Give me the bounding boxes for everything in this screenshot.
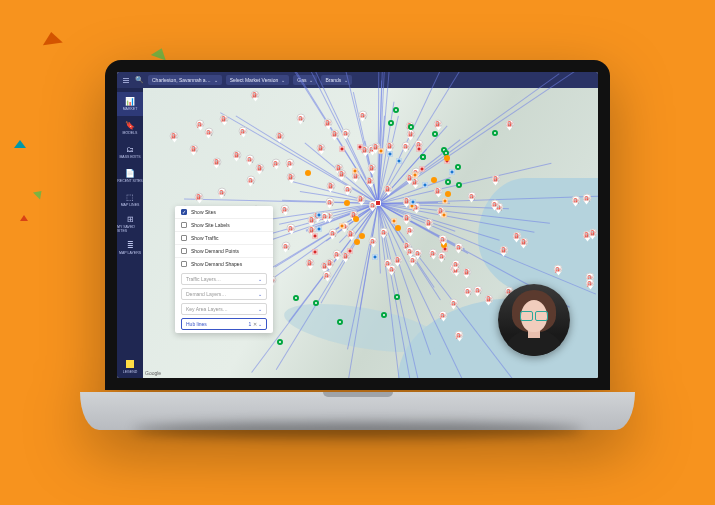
site-marker[interactable] — [337, 319, 343, 325]
site-marker[interactable]: ⛽ — [439, 235, 448, 244]
site-marker[interactable] — [413, 173, 418, 178]
site-marker[interactable]: ⛽ — [232, 150, 241, 159]
site-marker[interactable]: ⛽ — [499, 245, 508, 254]
site-marker[interactable] — [408, 124, 414, 130]
site-marker[interactable] — [358, 145, 363, 150]
site-marker[interactable] — [456, 182, 462, 188]
site-marker[interactable] — [378, 148, 383, 153]
site-marker[interactable]: ⛽ — [286, 159, 295, 168]
site-marker[interactable] — [492, 130, 498, 136]
site-marker[interactable]: ⛽ — [491, 174, 500, 183]
site-marker[interactable]: ⛽ — [306, 258, 315, 267]
site-marker[interactable]: ⛽ — [189, 144, 198, 153]
site-marker[interactable]: ⛽ — [195, 192, 204, 201]
site-marker[interactable]: ⛽ — [325, 198, 334, 207]
sidebar-item-market[interactable]: 📊 MARKET — [117, 92, 143, 116]
site-marker[interactable]: ⛽ — [406, 247, 415, 256]
site-marker[interactable]: ⛽ — [325, 258, 334, 267]
site-marker[interactable]: ⛽ — [379, 228, 388, 237]
menu-icon[interactable] — [121, 76, 131, 85]
presenter-avatar[interactable] — [498, 284, 570, 356]
site-marker[interactable]: ⛽ — [281, 242, 290, 251]
site-marker[interactable] — [442, 212, 447, 217]
site-marker[interactable] — [354, 239, 360, 245]
site-marker[interactable]: ⛽ — [287, 172, 296, 181]
site-marker[interactable]: ⛽ — [245, 155, 254, 164]
check-show-demand-points[interactable]: Show Demand Points — [175, 244, 273, 257]
site-marker[interactable]: ⛽ — [434, 186, 443, 195]
site-marker[interactable] — [344, 200, 350, 206]
site-marker[interactable]: ⛽ — [341, 129, 350, 138]
sidebar-item-recent[interactable]: 📄 RECENT SITES — [117, 164, 143, 188]
site-marker[interactable] — [422, 183, 427, 188]
site-marker[interactable] — [353, 216, 359, 222]
site-marker[interactable]: ⛽ — [463, 287, 472, 296]
site-marker[interactable] — [348, 248, 353, 253]
site-marker[interactable] — [455, 164, 461, 170]
site-marker[interactable] — [420, 154, 426, 160]
site-marker[interactable] — [410, 199, 415, 204]
site-marker[interactable]: ⛽ — [296, 114, 305, 123]
site-marker[interactable] — [445, 191, 451, 197]
site-marker[interactable]: ⛽ — [462, 267, 471, 276]
site-marker[interactable]: ⛽ — [554, 265, 563, 274]
site-marker[interactable]: ⛽ — [196, 120, 205, 129]
site-marker[interactable]: ⛽ — [251, 90, 260, 99]
site-marker[interactable] — [395, 225, 401, 231]
site-marker[interactable]: ⛽ — [326, 181, 335, 190]
site-marker[interactable] — [313, 249, 318, 254]
site-marker[interactable]: ⛽ — [321, 212, 330, 221]
site-marker[interactable]: ⛽ — [439, 311, 448, 320]
site-marker[interactable]: ⛽ — [429, 249, 438, 258]
site-marker[interactable]: ⛽ — [402, 213, 411, 222]
site-marker[interactable]: ⛽ — [401, 142, 410, 151]
site-marker[interactable] — [339, 223, 344, 228]
site-marker[interactable]: ⛽ — [170, 131, 179, 140]
clear-icon[interactable]: ✕ — [253, 321, 257, 327]
site-marker[interactable] — [372, 255, 377, 260]
site-marker[interactable]: ⛽ — [212, 157, 221, 166]
site-marker[interactable]: ⛽ — [437, 252, 446, 261]
sidebar-item-maplines[interactable]: ⬚ MAP LINES — [117, 188, 143, 212]
site-marker[interactable]: ⛽ — [449, 299, 458, 308]
site-marker[interactable] — [277, 339, 283, 345]
site-marker[interactable] — [316, 226, 321, 231]
site-marker[interactable]: ⛽ — [204, 128, 213, 137]
site-marker[interactable]: ⛽ — [484, 294, 493, 303]
select-traffic-layers[interactable]: Traffic Layers… ⌄ — [181, 273, 267, 285]
site-marker[interactable]: ⛽ — [357, 194, 366, 203]
site-marker[interactable]: ⛽ — [246, 176, 255, 185]
site-marker[interactable]: ⛽ — [434, 119, 443, 128]
site-marker[interactable]: ⛽ — [328, 229, 337, 238]
site-marker[interactable]: ⛽ — [473, 286, 482, 295]
site-marker[interactable]: ⛽ — [455, 331, 464, 340]
site-marker[interactable] — [353, 168, 358, 173]
site-marker[interactable]: ⛽ — [385, 141, 394, 150]
site-marker[interactable] — [393, 107, 399, 113]
site-marker[interactable]: ⛽ — [343, 185, 352, 194]
map-canvas[interactable]: ⛽⛽⛽⛽⛽⛽⛽⛽⛽⛽⛽⛽⛽⛽⛽⛽⛽⛽⛽⛽⛽⛽⛽⛽⛽⛽⛽⛽⛽⛽⛽⛽⛽⛽⛽⛽⛽⛽⛽⛽… — [143, 88, 598, 378]
sidebar-item-saved[interactable]: ⊞ MY SAVED SITES — [117, 212, 143, 236]
site-marker[interactable]: ⛽ — [324, 118, 333, 127]
site-marker[interactable]: ⛽ — [323, 271, 332, 280]
site-marker[interactable] — [445, 179, 451, 185]
select-demand-layers[interactable]: Demand Layers… ⌄ — [181, 288, 267, 300]
site-marker[interactable]: ⛽ — [384, 259, 393, 268]
site-marker[interactable]: ⛽ — [220, 114, 229, 123]
site-marker[interactable]: ⛽ — [384, 184, 393, 193]
site-marker[interactable]: ⛽ — [217, 188, 226, 197]
site-marker[interactable] — [394, 294, 400, 300]
site-marker[interactable] — [449, 169, 454, 174]
site-marker[interactable] — [431, 177, 437, 183]
site-marker[interactable] — [312, 233, 317, 238]
check-show-traffic[interactable]: Show Traffic — [175, 231, 273, 244]
site-marker[interactable] — [417, 147, 422, 152]
site-marker[interactable] — [317, 213, 322, 218]
site-marker[interactable]: ⛽ — [369, 237, 378, 246]
site-marker[interactable]: ⛽ — [275, 131, 284, 140]
site-marker[interactable]: ⛽ — [281, 205, 290, 214]
site-marker[interactable] — [339, 147, 344, 152]
site-marker[interactable]: ⛽ — [393, 255, 402, 264]
site-marker[interactable] — [388, 120, 394, 126]
site-marker[interactable]: ⛽ — [239, 127, 248, 136]
